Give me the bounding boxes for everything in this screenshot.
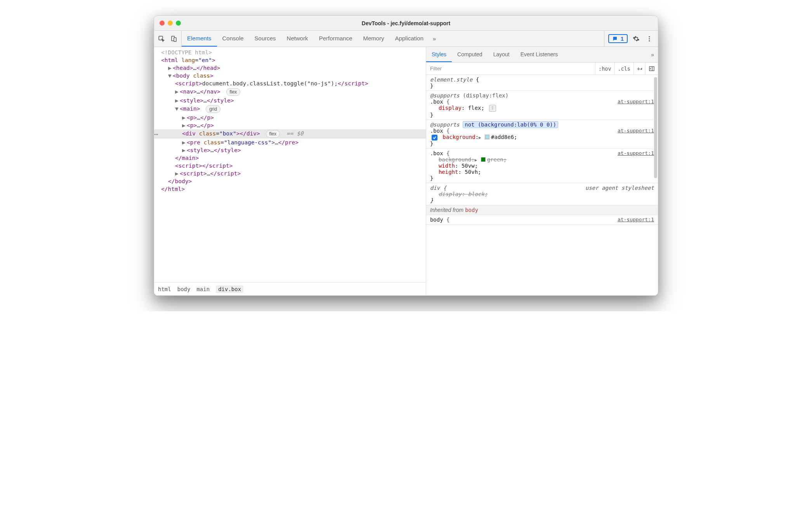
color-swatch-icon[interactable] [481, 157, 486, 162]
subtab-computed[interactable]: Computed [452, 47, 488, 62]
rule-element-style[interactable]: element.style { } [426, 75, 658, 91]
inspect-element-icon[interactable] [157, 35, 166, 43]
dom-main-close[interactable]: </main> [154, 154, 426, 162]
collapse-triangle-icon[interactable]: ▼ [168, 73, 173, 79]
issues-badge[interactable]: 1 [608, 34, 628, 43]
styles-subtabs: Styles Computed Layout Event Listeners » [426, 47, 658, 62]
expand-triangle-icon[interactable]: ▶ [175, 88, 180, 95]
svg-point-5 [649, 40, 650, 41]
source-link[interactable]: at-support:1 [618, 150, 654, 156]
shorthand-expand-icon[interactable]: ▶ [479, 135, 483, 140]
toggle-cls-button[interactable]: .cls [614, 62, 634, 75]
elements-panel: <!DOCTYPE html> <html lang="en"> ▶<head>… [154, 47, 426, 295]
tabs-overflow-button[interactable]: » [429, 31, 440, 47]
expand-triangle-icon[interactable]: ▶ [182, 147, 187, 153]
tab-application[interactable]: Application [390, 31, 429, 47]
source-link[interactable]: at-support:1 [618, 217, 654, 223]
shorthand-expand-icon[interactable]: ▶ [475, 158, 479, 163]
crumb-html[interactable]: html [158, 286, 171, 292]
subtab-layout[interactable]: Layout [488, 47, 515, 62]
dom-selected-div-box[interactable]: ⋯ <div class="box"></div> flex == $0 [154, 129, 426, 139]
issues-count: 1 [621, 35, 624, 42]
dom-html-close[interactable]: </html> [154, 185, 426, 193]
tab-console[interactable]: Console [217, 31, 249, 47]
dom-script-inline[interactable]: <script>document.body.classList.toggle("… [154, 80, 426, 87]
dom-pre[interactable]: ▶<pre class="language-css">…</pre> [154, 139, 426, 146]
crumb-div-box[interactable]: div.box [216, 285, 243, 293]
styles-rules-list[interactable]: element.style { } @supports (display:fle… [426, 75, 658, 295]
dom-html-open[interactable]: <html lang="en"> [154, 56, 426, 64]
zoom-window-button[interactable] [176, 21, 181, 26]
window-title: DevTools - jec.fyi/demo/at-support [154, 20, 658, 26]
source-link[interactable]: at-support:1 [618, 128, 654, 134]
rule-div-ua[interactable]: div { user agent stylesheet display: blo… [426, 183, 658, 205]
dom-tree[interactable]: <!DOCTYPE html> <html lang="en"> ▶<head>… [154, 47, 426, 282]
rule-supports-flex[interactable]: @supports (display:flex) .box { at-suppo… [426, 91, 658, 120]
dom-p2[interactable]: ▶<p>…</p> [154, 121, 426, 129]
tab-elements[interactable]: Elements [182, 31, 217, 47]
crumb-main[interactable]: main [196, 286, 210, 292]
main-tabs: Elements Console Sources Network Perform… [182, 31, 604, 47]
inherited-from-label: Inherited from body [426, 205, 658, 215]
dom-body-open[interactable]: ▼<body class> [154, 72, 426, 80]
breadcrumbs: html body main div.box [154, 282, 426, 295]
dom-style-1[interactable]: ▶<style>…</style> [154, 97, 426, 104]
color-swatch-icon[interactable] [485, 135, 489, 139]
toggle-hov-button[interactable]: :hov [595, 62, 614, 75]
layout-badge-flex[interactable]: flex [226, 88, 241, 96]
flexbox-editor-icon[interactable]: ⦙⦙ [489, 105, 496, 112]
computed-sidebar-toggle-icon[interactable] [645, 62, 658, 75]
highlighted-at-rule: not (background:lab(0% 0 0)) [463, 121, 558, 128]
property-enable-checkbox[interactable] [432, 135, 437, 141]
dom-nav[interactable]: ▶<nav>…</nav> flex [154, 87, 426, 97]
new-style-rule-button[interactable]: +◢ [633, 62, 645, 75]
rule-box[interactable]: .box { at-support:1 background:▶green; w… [426, 149, 658, 183]
expand-triangle-icon[interactable]: ▶ [175, 170, 180, 177]
subtab-styles[interactable]: Styles [426, 47, 452, 62]
expand-triangle-icon[interactable]: ▶ [175, 97, 180, 104]
expand-triangle-icon[interactable]: ▶ [182, 114, 187, 121]
subtabs-overflow-button[interactable]: » [647, 47, 658, 62]
svg-point-3 [649, 36, 650, 37]
styles-filter-input[interactable] [426, 66, 595, 71]
console-reference: == $0 [286, 130, 304, 137]
tab-sources[interactable]: Sources [249, 31, 281, 47]
kebab-menu-icon[interactable] [645, 34, 654, 43]
dom-script-last[interactable]: ▶<script>…</script> [154, 170, 426, 177]
source-link[interactable]: at-support:1 [618, 99, 654, 105]
collapse-triangle-icon[interactable]: ▼ [175, 106, 180, 112]
dom-p1[interactable]: ▶<p>…</p> [154, 114, 426, 121]
dom-style-2[interactable]: ▶<style>…</style> [154, 146, 426, 154]
crumb-body[interactable]: body [177, 286, 191, 292]
dom-script-empty[interactable]: <script></script> [154, 162, 426, 170]
scrollbar[interactable] [654, 77, 657, 178]
tab-performance[interactable]: Performance [314, 31, 358, 47]
styles-panel: Styles Computed Layout Event Listeners »… [426, 47, 658, 295]
main-tabbar: Elements Console Sources Network Perform… [154, 31, 658, 47]
traffic-lights [160, 21, 181, 26]
dom-head[interactable]: ▶<head>…</head> [154, 64, 426, 72]
settings-gear-icon[interactable] [632, 34, 641, 43]
tab-network[interactable]: Network [281, 31, 314, 47]
titlebar: DevTools - jec.fyi/demo/at-support [154, 16, 658, 31]
subtab-event-listeners[interactable]: Event Listeners [515, 47, 564, 62]
layout-badge-flex[interactable]: flex [266, 130, 280, 138]
tab-memory[interactable]: Memory [358, 31, 390, 47]
layout-badge-grid[interactable]: grid [206, 105, 220, 113]
device-toolbar-icon[interactable] [170, 35, 178, 43]
rule-supports-lab[interactable]: @supports not (background:lab(0% 0 0)) .… [426, 120, 658, 149]
dom-doctype[interactable]: <!DOCTYPE html> [154, 49, 426, 56]
main-content: <!DOCTYPE html> <html lang="en"> ▶<head>… [154, 47, 658, 295]
dom-main-open[interactable]: ▼<main> grid [154, 104, 426, 114]
selection-dots-icon: ⋯ [154, 130, 159, 138]
ua-stylesheet-label: user agent stylesheet [585, 185, 654, 191]
rule-body[interactable]: body { at-support:1 [426, 215, 658, 225]
expand-triangle-icon[interactable]: ▶ [182, 122, 187, 128]
svg-point-4 [649, 38, 650, 39]
expand-triangle-icon[interactable]: ▶ [182, 139, 187, 146]
dom-body-close[interactable]: </body> [154, 177, 426, 185]
expand-triangle-icon[interactable]: ▶ [168, 65, 173, 71]
devtools-window: DevTools - jec.fyi/demo/at-support Eleme… [154, 16, 658, 296]
minimize-window-button[interactable] [168, 21, 173, 26]
close-window-button[interactable] [160, 21, 165, 26]
